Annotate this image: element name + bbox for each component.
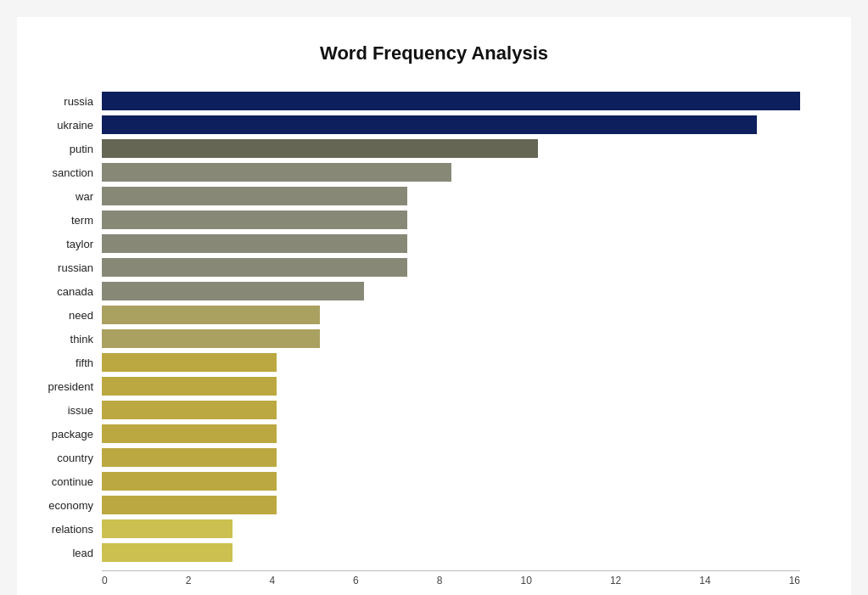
bar-track (102, 258, 800, 277)
bar-fill (102, 496, 277, 514)
bar-fill (102, 401, 277, 419)
x-axis-container: 0246810121416 Frequency (102, 570, 800, 595)
bar-fill (102, 139, 538, 158)
bar-row: relations (102, 518, 800, 540)
bar-fill (102, 258, 407, 277)
bar-label: continue (34, 475, 102, 488)
bar-fill (102, 353, 277, 372)
bar-label: canada (34, 285, 102, 298)
bar-label: war (34, 190, 102, 203)
bar-label: fifth (34, 356, 102, 369)
bar-row: sanction (102, 161, 800, 183)
bar-fill (102, 92, 800, 110)
bar-track (102, 353, 800, 372)
bar-label: putin (34, 143, 102, 155)
bar-row: package (102, 423, 800, 445)
x-ticks: 0246810121416 (102, 571, 800, 587)
bar-fill (102, 163, 451, 182)
bar-fill (102, 424, 277, 443)
bar-fill (102, 543, 232, 562)
bar-track (102, 210, 800, 229)
bar-fill (102, 472, 277, 491)
bar-track (102, 519, 800, 538)
bar-label: issue (34, 404, 102, 417)
x-tick: 10 (521, 575, 532, 587)
x-tick: 16 (789, 575, 800, 587)
bar-fill (102, 448, 277, 467)
bar-label: taylor (34, 238, 102, 250)
bar-row: ukraine (102, 114, 800, 136)
bar-track (102, 234, 800, 253)
bar-track (102, 448, 800, 467)
bar-label: ukraine (34, 119, 102, 132)
x-tick: 2 (186, 575, 192, 587)
bar-row: need (102, 304, 800, 326)
bar-row: think (102, 328, 800, 350)
bar-label: lead (34, 547, 102, 559)
bar-row: taylor (102, 233, 800, 255)
bar-fill (102, 187, 407, 205)
bar-fill (102, 234, 407, 253)
bar-track (102, 424, 800, 443)
chart-container: Word Frequency Analysis russiaukraineput… (17, 17, 851, 595)
bar-track (102, 139, 800, 158)
bar-track (102, 306, 800, 324)
x-axis-line (102, 570, 800, 571)
x-tick: 0 (102, 575, 108, 587)
bar-track (102, 115, 800, 134)
bar-fill (102, 329, 320, 348)
bar-row: fifth (102, 351, 800, 373)
bar-track (102, 543, 800, 562)
bar-track (102, 92, 800, 110)
x-tick: 12 (610, 575, 621, 587)
x-tick: 4 (269, 575, 275, 587)
bar-track (102, 401, 800, 419)
chart-title: Word Frequency Analysis (34, 42, 834, 65)
bar-row: canada (102, 280, 800, 302)
bar-track (102, 282, 800, 300)
bar-track (102, 187, 800, 205)
bar-fill (102, 282, 364, 300)
bar-row: issue (102, 399, 800, 421)
bar-track (102, 163, 800, 182)
bar-row: putin (102, 138, 800, 160)
bar-label: president (34, 380, 102, 393)
bar-label: need (34, 309, 102, 322)
bar-label: package (34, 428, 102, 441)
bar-row: economy (102, 494, 800, 516)
bar-row: russia (102, 90, 800, 112)
bar-row: russian (102, 256, 800, 278)
bar-fill (102, 115, 757, 134)
bar-row: war (102, 185, 800, 207)
bar-row: term (102, 209, 800, 231)
bar-label: relations (34, 523, 102, 536)
bar-track (102, 377, 800, 396)
bar-track (102, 496, 800, 514)
bar-label: country (34, 452, 102, 464)
bar-label: term (34, 214, 102, 227)
bar-fill (102, 306, 320, 324)
bar-label: russia (34, 95, 102, 108)
bar-track (102, 472, 800, 491)
bar-row: lead (102, 542, 800, 564)
bar-label: sanction (34, 166, 102, 179)
x-tick: 6 (353, 575, 359, 587)
x-tick: 8 (437, 575, 443, 587)
bar-label: russian (34, 261, 102, 274)
chart-area: russiaukraineputinsanctionwartermtaylorr… (102, 90, 800, 565)
bar-track (102, 329, 800, 348)
chart-inner: russiaukraineputinsanctionwartermtaylorr… (34, 90, 834, 595)
bar-fill (102, 519, 232, 538)
bar-row: country (102, 446, 800, 469)
bar-row: president (102, 375, 800, 397)
bar-fill (102, 377, 277, 396)
x-tick: 14 (699, 575, 710, 587)
bar-row: continue (102, 470, 800, 492)
bar-label: economy (34, 499, 102, 512)
bar-label: think (34, 333, 102, 345)
bar-fill (102, 210, 407, 229)
